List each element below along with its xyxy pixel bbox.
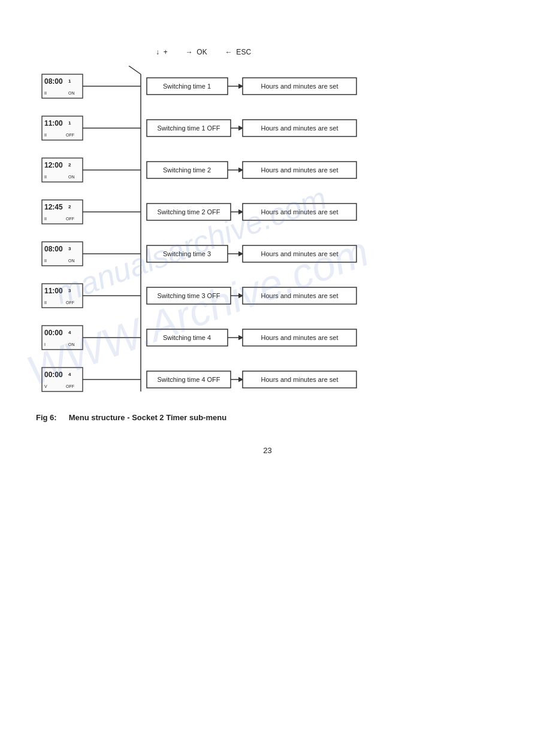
svg-text:Switching time 3 OFF: Switching time 3 OFF: [157, 292, 220, 299]
svg-text:II: II: [44, 175, 47, 179]
page-container: manualsarchive.com WWW.Archive.com ↓ + →…: [0, 0, 535, 479]
svg-text:2: 2: [68, 162, 71, 168]
figure-caption-area: Fig 6: Menu structure - Socket 2 Timer s…: [36, 413, 499, 422]
page-number: 23: [36, 446, 499, 455]
svg-text:Switching time 1 OFF: Switching time 1 OFF: [157, 125, 220, 132]
svg-text:2: 2: [68, 204, 71, 210]
svg-text:OFF: OFF: [66, 300, 74, 305]
svg-text:11:00: 11:00: [44, 119, 63, 127]
svg-text:00:00: 00:00: [44, 329, 63, 337]
svg-text:Hours and minutes are set: Hours and minutes are set: [261, 125, 338, 132]
svg-text:Hours and minutes are set: Hours and minutes are set: [261, 250, 338, 257]
svg-text:1: 1: [68, 120, 71, 126]
svg-text:00:00: 00:00: [44, 371, 63, 379]
svg-text:OFF: OFF: [66, 217, 74, 221]
svg-text:11:00: 11:00: [44, 287, 63, 295]
svg-text:Switching time 2 OFF: Switching time 2 OFF: [157, 208, 220, 215]
nav-key-ok: → OK: [186, 48, 207, 56]
svg-text:II: II: [44, 133, 47, 137]
svg-text:4: 4: [68, 330, 71, 335]
svg-text:Hours and minutes are set: Hours and minutes are set: [261, 83, 338, 90]
svg-text:Hours and minutes are set: Hours and minutes are set: [261, 376, 338, 383]
svg-text:Switching time 4 OFF: Switching time 4 OFF: [157, 376, 220, 383]
nav-keys: ↓ + → OK ← ESC: [156, 48, 499, 56]
svg-text:Switching time 1: Switching time 1: [163, 83, 211, 90]
svg-text:ON: ON: [68, 91, 75, 95]
svg-text:1: 1: [68, 78, 71, 84]
svg-text:Hours and minutes are set: Hours and minutes are set: [261, 334, 338, 341]
svg-text:Switching time 4: Switching time 4: [163, 334, 211, 341]
svg-text:ON: ON: [68, 342, 75, 347]
svg-line-1: [129, 66, 141, 74]
svg-text:3: 3: [68, 288, 71, 293]
svg-text:Hours and minutes are set: Hours and minutes are set: [261, 292, 338, 299]
diagram-svg: 08:00 1 II ON Switching time 1 Hours and…: [36, 66, 467, 407]
svg-text:ON: ON: [68, 175, 75, 179]
svg-text:Switching time 2: Switching time 2: [163, 166, 211, 174]
nav-key-down-plus: ↓ +: [156, 48, 168, 56]
svg-text:3: 3: [68, 246, 71, 251]
svg-text:Switching time 3: Switching time 3: [163, 250, 211, 257]
svg-text:Hours and minutes are set: Hours and minutes are set: [261, 166, 338, 174]
svg-text:4: 4: [68, 372, 71, 377]
svg-text:II: II: [44, 217, 47, 221]
svg-text:ON: ON: [68, 259, 75, 263]
svg-text:II: II: [44, 300, 47, 305]
svg-text:12:45: 12:45: [44, 203, 63, 211]
figure-title: Menu structure - Socket 2 Timer sub-menu: [69, 413, 226, 422]
svg-text:08:00: 08:00: [44, 245, 63, 253]
svg-text:II: II: [44, 91, 47, 95]
svg-text:08:00: 08:00: [44, 77, 63, 86]
figure-label: Fig 6:: [36, 413, 57, 422]
svg-text:II: II: [44, 259, 47, 263]
svg-text:12:00: 12:00: [44, 161, 63, 169]
svg-text:I: I: [44, 342, 46, 347]
svg-text:Hours and minutes are set: Hours and minutes are set: [261, 208, 338, 215]
svg-text:V: V: [44, 384, 47, 388]
nav-key-esc: ← ESC: [225, 48, 251, 56]
svg-text:OFF: OFF: [66, 133, 74, 137]
svg-text:OFF: OFF: [66, 384, 74, 388]
diagram-area: 08:00 1 II ON Switching time 1 Hours and…: [36, 66, 467, 401]
